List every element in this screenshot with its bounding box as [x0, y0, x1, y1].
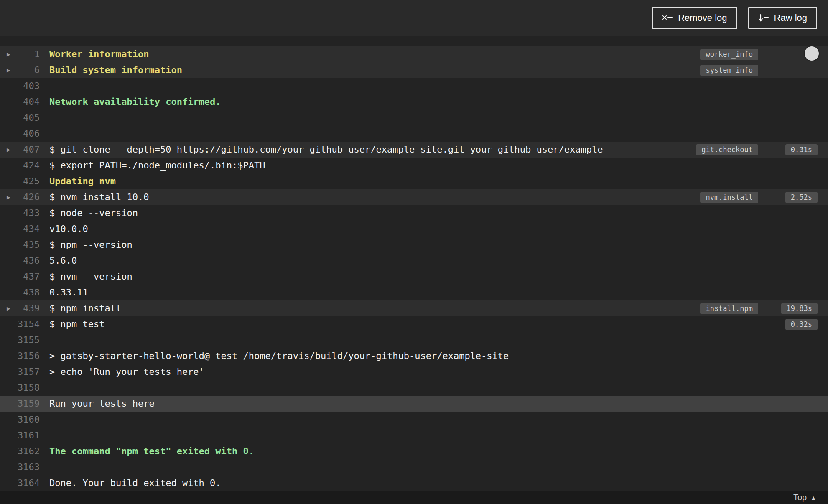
duration-badge: 0.32s [785, 319, 818, 330]
line-number[interactable]: 3154 [0, 316, 40, 332]
fold-toggle-icon[interactable]: ▶ [7, 300, 10, 316]
log-line: ▶426$ nvm install 10.0nvm.install2.52s [0, 189, 828, 205]
duration-badge: 0.31s [785, 144, 818, 155]
line-number[interactable]: 435 [0, 237, 40, 253]
log-text: 5.6.0 [49, 253, 77, 269]
log-text: Build system information [49, 62, 182, 78]
log-line: 3162The command "npm test" exited with 0… [0, 443, 828, 459]
line-number[interactable]: 439 [0, 300, 40, 316]
fold-tag-badge: install.npm [700, 303, 758, 314]
log-text: $ node --version [49, 205, 138, 221]
log-text: $ npm test [49, 316, 104, 332]
scroll-indicator[interactable] [805, 46, 819, 61]
line-number[interactable]: 3158 [0, 380, 40, 396]
log-text: > gatsby-starter-hello-world@ test /home… [49, 348, 509, 364]
fold-tag-badge: git.checkout [696, 144, 758, 155]
raw-log-button[interactable]: Raw log [748, 7, 817, 29]
log-line: 437$ nvm --version [0, 269, 828, 285]
log-text: $ git clone --depth=50 https://github.co… [49, 142, 609, 158]
log-text: $ nvm install 10.0 [49, 189, 149, 205]
line-number[interactable]: 424 [0, 158, 40, 173]
duration-badge: 2.52s [785, 192, 818, 203]
log-text: $ npm install [49, 300, 121, 316]
log-line: 3155 [0, 332, 828, 348]
log-text: Updating nvm [49, 173, 116, 189]
log-text: The command "npm test" exited with 0. [49, 443, 254, 459]
log-line: 434v10.0.0 [0, 221, 828, 237]
log-text: Worker information [49, 46, 149, 62]
log-line: 435$ npm --version [0, 237, 828, 253]
log-line: 3164Done. Your build exited with 0. [0, 475, 828, 491]
top-link[interactable]: Top ▲ [793, 493, 816, 502]
log-line: 433$ node --version [0, 205, 828, 221]
line-number[interactable]: 437 [0, 269, 40, 285]
log-line: ▶6Build system informationsystem_info [0, 62, 828, 78]
line-number[interactable]: 404 [0, 94, 40, 110]
fold-toggle-icon[interactable]: ▶ [7, 189, 10, 205]
line-number[interactable]: 438 [0, 285, 40, 300]
log-text: Network availability confirmed. [49, 94, 221, 110]
log-line: ▶1Worker informationworker_info [0, 46, 828, 62]
line-number[interactable]: 3157 [0, 364, 40, 380]
log-text: > echo 'Run your tests here' [49, 364, 204, 380]
log-line: 3161 [0, 428, 828, 443]
log-line: 404Network availability confirmed. [0, 94, 828, 110]
log-text: Done. Your build exited with 0. [49, 475, 221, 491]
remove-log-button[interactable]: Remove log [652, 7, 737, 29]
line-number[interactable]: 407 [0, 142, 40, 158]
line-number[interactable]: 6 [0, 62, 40, 78]
log-line: 3159Run your tests here [0, 396, 828, 412]
log-text: Run your tests here [49, 396, 155, 412]
raw-log-label: Raw log [774, 13, 807, 23]
line-number[interactable]: 426 [0, 189, 40, 205]
line-number[interactable]: 434 [0, 221, 40, 237]
log-line: 406 [0, 126, 828, 142]
line-number[interactable]: 406 [0, 126, 40, 142]
log-line: 3157> echo 'Run your tests here' [0, 364, 828, 380]
log-line: 3156> gatsby-starter-hello-world@ test /… [0, 348, 828, 364]
line-number[interactable]: 3156 [0, 348, 40, 364]
log-container: ▶1Worker informationworker_info▶6Build s… [0, 36, 828, 491]
log-line: 3163 [0, 459, 828, 475]
toolbar: Remove log Raw log [0, 0, 828, 36]
log-line: ▶439$ npm installinstall.npm19.83s [0, 300, 828, 316]
log-line: 424$ export PATH=./node_modules/.bin:$PA… [0, 158, 828, 173]
fold-toggle-icon[interactable]: ▶ [7, 62, 10, 78]
fold-toggle-icon[interactable]: ▶ [7, 142, 10, 158]
log-line: 3158 [0, 380, 828, 396]
log-line: 4380.33.11 [0, 285, 828, 300]
log-line: 403 [0, 78, 828, 94]
line-number[interactable]: 1 [0, 46, 40, 62]
log-line: ▶407$ git clone --depth=50 https://githu… [0, 142, 828, 158]
line-number[interactable]: 425 [0, 173, 40, 189]
line-number[interactable]: 3162 [0, 443, 40, 459]
caret-up-icon: ▲ [810, 495, 816, 501]
log-line: 4365.6.0 [0, 253, 828, 269]
log-line: 425Updating nvm [0, 173, 828, 189]
top-link-label: Top [793, 493, 807, 502]
line-number[interactable]: 3164 [0, 475, 40, 491]
log-text: $ npm --version [49, 237, 132, 253]
footer-bar: Top ▲ [0, 491, 828, 504]
line-number[interactable]: 3155 [0, 332, 40, 348]
duration-badge: 19.83s [781, 303, 818, 314]
line-number[interactable]: 436 [0, 253, 40, 269]
log-line: 3154$ npm test0.32s [0, 316, 828, 332]
fold-tag-badge: nvm.install [700, 192, 758, 203]
line-number[interactable]: 3160 [0, 412, 40, 428]
line-number[interactable]: 3161 [0, 428, 40, 443]
remove-log-icon [662, 13, 673, 23]
fold-toggle-icon[interactable]: ▶ [7, 46, 10, 62]
log-text: $ export PATH=./node_modules/.bin:$PATH [49, 158, 265, 173]
raw-log-icon [758, 13, 769, 23]
line-number[interactable]: 3159 [0, 396, 40, 412]
log-text: $ nvm --version [49, 269, 132, 285]
log-line: 3160 [0, 412, 828, 428]
remove-log-label: Remove log [678, 13, 727, 23]
line-number[interactable]: 403 [0, 78, 40, 94]
fold-tag-badge: worker_info [700, 49, 758, 60]
line-number[interactable]: 433 [0, 205, 40, 221]
line-number[interactable]: 405 [0, 110, 40, 126]
log-text: 0.33.11 [49, 285, 88, 300]
line-number[interactable]: 3163 [0, 459, 40, 475]
